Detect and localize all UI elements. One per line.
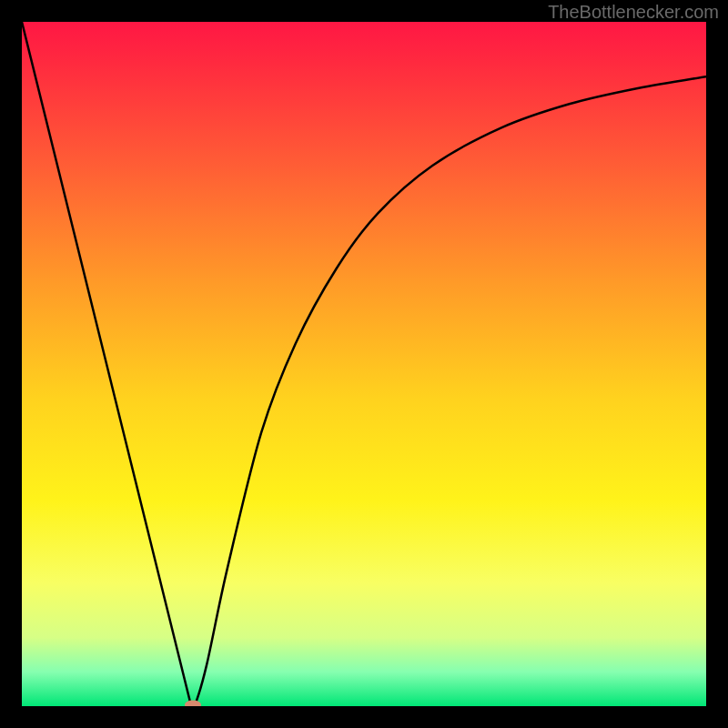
chart-svg bbox=[22, 22, 706, 706]
chart-frame bbox=[22, 22, 706, 706]
watermark-text: TheBottlenecker.com bbox=[548, 2, 719, 23]
gradient-background bbox=[22, 22, 706, 706]
